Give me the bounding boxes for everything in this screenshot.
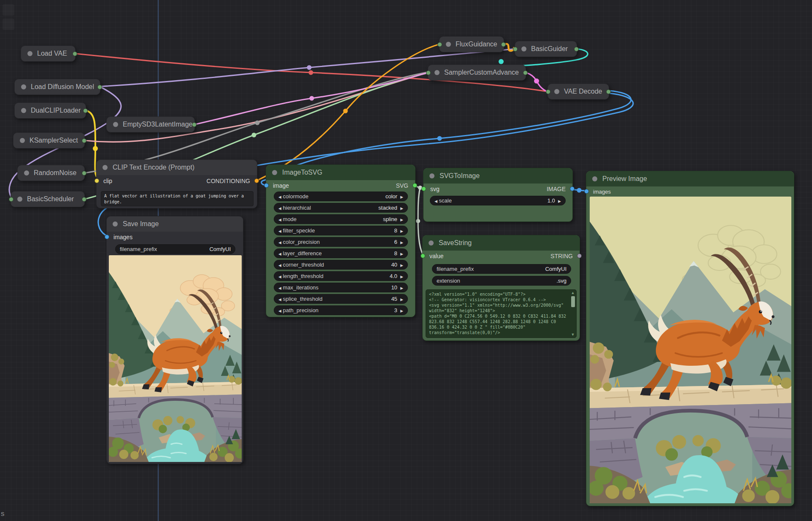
node-load-diffusion-model[interactable]: Load Diffusion Model: [14, 79, 100, 95]
increment-arrow-icon[interactable]: ▶: [400, 263, 403, 267]
increment-arrow-icon[interactable]: ▶: [400, 297, 403, 302]
path-precision-widget[interactable]: ◀ path_precision3 ▶: [274, 305, 408, 315]
collapse-dot-icon[interactable]: [20, 138, 25, 143]
scroll-down-icon[interactable]: ▼: [571, 332, 575, 337]
decrement-arrow-icon[interactable]: ◀: [278, 240, 281, 245]
conditioning-output-port[interactable]: [254, 178, 259, 183]
scrollbar-thumb[interactable]: [571, 296, 575, 307]
collapse-dot-icon[interactable]: [434, 70, 440, 75]
increment-arrow-icon[interactable]: ▶: [558, 199, 561, 203]
node-sampler-custom-advance[interactable]: SamplerCustomAdvance: [428, 65, 526, 81]
node-svg-to-image[interactable]: SVGToImage svg IMAGE ◀ scale 1.0 ▶: [423, 168, 573, 222]
mode-widget[interactable]: ◀ modespline ▶: [274, 214, 408, 224]
filename-prefix-widget[interactable]: filename_prefix ComfyUI: [115, 244, 235, 254]
image-input-port[interactable]: [264, 183, 269, 188]
sampler-output-port[interactable]: [523, 70, 528, 75]
node-ksampler-select[interactable]: KSamplerSelect: [13, 132, 85, 148]
collapse-dot-icon[interactable]: [592, 176, 597, 181]
node-save-string[interactable]: SaveString value STRING filename_prefix …: [422, 235, 580, 341]
scroll-up-icon[interactable]: ▲: [571, 291, 575, 295]
filter-speckle-widget[interactable]: ◀ filter_speckle8 ▶: [274, 226, 408, 235]
conditioning-input-port[interactable]: [437, 42, 442, 47]
string-output-port[interactable]: [577, 254, 582, 258]
decrement-arrow-icon[interactable]: ◀: [278, 206, 281, 211]
node-image-to-svg[interactable]: ImageToSVG image SVG ◀ colormodecolor ▶ …: [266, 165, 415, 317]
decrement-arrow-icon[interactable]: ◀: [278, 286, 281, 290]
node-save-image[interactable]: Save Image images filename_prefix ComfyU…: [106, 216, 243, 464]
collapse-dot-icon[interactable]: [429, 173, 434, 178]
increment-arrow-icon[interactable]: ▶: [400, 229, 403, 233]
increment-arrow-icon[interactable]: ▶: [400, 240, 403, 245]
vae-output-port[interactable]: [73, 51, 77, 56]
node-header[interactable]: SaveString: [423, 235, 580, 251]
collapse-dot-icon[interactable]: [429, 240, 434, 246]
increment-arrow-icon[interactable]: ▶: [400, 275, 403, 279]
samples-input-port[interactable]: [546, 89, 550, 94]
collapse-dot-icon[interactable]: [272, 170, 277, 175]
length-threshold-widget[interactable]: ◀ length_threshold4.0 ▶: [274, 271, 408, 281]
sigmas-output-port[interactable]: [82, 197, 86, 202]
conditioning-output-port[interactable]: [501, 42, 506, 47]
collapse-dot-icon[interactable]: [27, 51, 32, 56]
increment-arrow-icon[interactable]: ▶: [400, 252, 403, 256]
decrement-arrow-icon[interactable]: ◀: [278, 195, 281, 199]
increment-arrow-icon[interactable]: ▶: [400, 286, 403, 290]
svg-string-textarea[interactable]: <?xml version="1.0" encoding="UTF-8"?> <…: [426, 289, 577, 338]
sampler-inputs-port[interactable]: [426, 70, 431, 75]
decrement-arrow-icon[interactable]: ◀: [278, 309, 281, 313]
collapse-dot-icon[interactable]: [21, 108, 26, 113]
max-iterations-widget[interactable]: ◀ max_iterations10 ▶: [274, 283, 408, 292]
increment-arrow-icon[interactable]: ▶: [400, 309, 403, 313]
node-flux-guidance[interactable]: FluxGuidance: [439, 36, 504, 52]
node-random-noise[interactable]: RandomNoise: [17, 165, 85, 181]
hierarchical-widget[interactable]: ◀ hierarchicalstacked ▶: [274, 203, 408, 213]
node-clip-text-encode[interactable]: CLIP Text Encode (Prompt) clip CONDITION…: [96, 159, 257, 208]
increment-arrow-icon[interactable]: ▶: [400, 218, 403, 222]
increment-arrow-icon[interactable]: ▶: [400, 195, 403, 199]
increment-arrow-icon[interactable]: ▶: [400, 206, 403, 211]
latent-output-port[interactable]: [192, 122, 197, 127]
collapse-dot-icon[interactable]: [21, 84, 26, 89]
value-input-port[interactable]: [421, 254, 425, 258]
decrement-arrow-icon[interactable]: ◀: [278, 229, 281, 233]
collapse-dot-icon[interactable]: [24, 170, 29, 175]
collapse-dot-icon[interactable]: [113, 221, 118, 227]
guider-output-port[interactable]: [574, 47, 579, 51]
node-header[interactable]: Preview Image: [586, 171, 794, 186]
collapse-dot-icon[interactable]: [446, 42, 451, 47]
decrement-arrow-icon[interactable]: ◀: [278, 252, 281, 256]
node-preview-image[interactable]: Preview Image images: [586, 171, 794, 506]
preview-image-output[interactable]: [590, 197, 791, 503]
extension-widget[interactable]: extension .svg: [432, 276, 571, 286]
decrement-arrow-icon[interactable]: ◀: [278, 263, 281, 267]
decrement-arrow-icon[interactable]: ◀: [278, 297, 281, 302]
prompt-textarea[interactable]: A flat vector art illustration of a goat…: [101, 191, 254, 206]
decrement-arrow-icon[interactable]: ◀: [434, 199, 437, 203]
node-header[interactable]: Save Image: [107, 216, 243, 232]
node-empty-sd3-latent[interactable]: EmptySD3LatentImage: [106, 116, 195, 132]
splice-threshold-widget[interactable]: ◀ splice_threshold45 ▶: [274, 294, 408, 304]
clip-input-port[interactable]: [94, 178, 99, 183]
noise-output-port[interactable]: [82, 171, 86, 175]
color-precision-widget[interactable]: ◀ color_precision6 ▶: [274, 237, 408, 247]
svg-input-port[interactable]: [421, 186, 426, 191]
guider-input-port[interactable]: [513, 47, 518, 51]
collapse-dot-icon[interactable]: [521, 46, 526, 51]
textarea-scrollbar[interactable]: ▲ ▼: [570, 291, 575, 337]
layer-difference-widget[interactable]: ◀ layer_difference8 ▶: [274, 248, 408, 258]
decrement-arrow-icon[interactable]: ◀: [278, 218, 281, 222]
node-basic-guider[interactable]: BasicGuider: [515, 41, 577, 57]
filename-prefix-widget[interactable]: filename_prefix ComfyUI: [432, 264, 571, 274]
node-header[interactable]: CLIP Text Encode (Prompt): [97, 160, 257, 175]
images-input-port[interactable]: [584, 189, 589, 194]
scale-widget[interactable]: ◀ scale 1.0 ▶: [430, 196, 566, 205]
image-output-port[interactable]: [570, 186, 575, 191]
node-basic-scheduler[interactable]: BasicScheduler: [11, 191, 85, 207]
colormode-widget[interactable]: ◀ colormodecolor ▶: [274, 192, 408, 201]
svg-output-port[interactable]: [413, 183, 417, 188]
sampler-output-port[interactable]: [82, 138, 86, 143]
saved-image-preview[interactable]: [109, 255, 242, 462]
corner-threshold-widget[interactable]: ◀ corner_threshold40 ▶: [274, 260, 408, 270]
node-load-vae[interactable]: Load VAE: [21, 46, 76, 62]
collapse-dot-icon[interactable]: [554, 89, 559, 94]
